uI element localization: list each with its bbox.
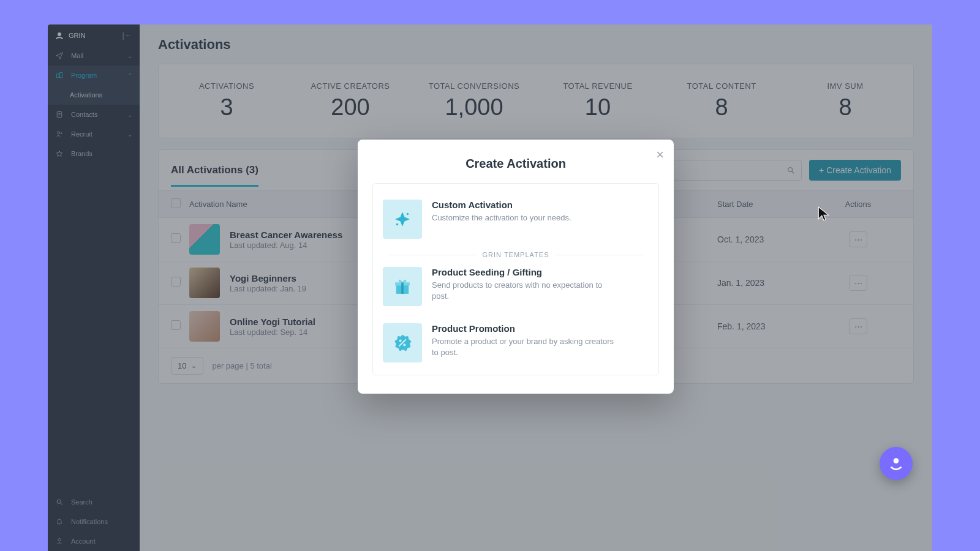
modal-panel: Custom Activation Customize the activati…: [372, 183, 659, 375]
templates-divider: GRIN TEMPLATES: [383, 251, 649, 258]
option-product-promotion[interactable]: Product Promotion Promote a product or y…: [383, 315, 649, 371]
svg-point-15: [407, 213, 409, 215]
option-desc: Customize the activation to your needs.: [432, 212, 571, 223]
badge-percent-icon: [383, 323, 422, 362]
create-activation-modal: × Create Activation Custom Activation Cu…: [358, 140, 674, 394]
help-fab[interactable]: [880, 447, 913, 480]
option-desc: Promote a product or your brand by askin…: [432, 336, 616, 358]
smiley-user-icon: [888, 455, 904, 471]
option-title: Custom Activation: [432, 200, 571, 210]
svg-point-21: [403, 343, 405, 346]
close-icon[interactable]: ×: [656, 148, 664, 162]
svg-point-20: [399, 340, 402, 342]
option-custom-activation[interactable]: Custom Activation Customize the activati…: [383, 193, 649, 247]
svg-point-16: [396, 223, 398, 225]
templates-label: GRIN TEMPLATES: [483, 251, 549, 258]
svg-rect-19: [401, 282, 403, 294]
option-desc: Send products to creators with no expect…: [432, 280, 616, 302]
option-title: Product Promotion: [432, 323, 616, 334]
svg-point-23: [894, 458, 899, 463]
sparkle-icon: [383, 200, 422, 239]
option-product-seeding[interactable]: Product Seeding / Gifting Send products …: [383, 261, 649, 315]
modal-title: Create Activation: [372, 157, 659, 171]
gift-icon: [383, 267, 422, 306]
option-title: Product Seeding / Gifting: [432, 267, 616, 277]
